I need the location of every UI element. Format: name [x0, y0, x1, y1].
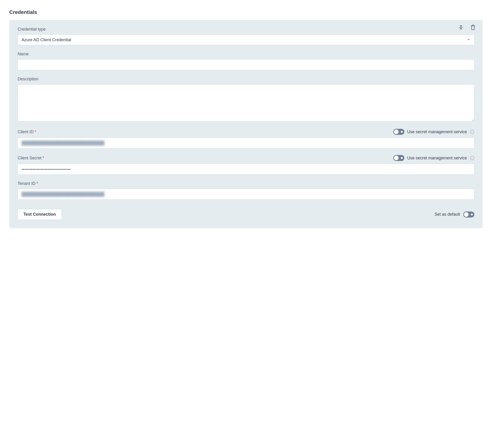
name-input[interactable]: [18, 59, 474, 70]
info-icon[interactable]: [470, 129, 474, 134]
set-default-toggle[interactable]: [463, 211, 474, 218]
field-name: Name: [18, 52, 474, 70]
credential-type-select[interactable]: Azure AD Client Credential: [18, 35, 474, 45]
field-tenant-id: Tenant ID* ████████████████████████████: [18, 181, 474, 200]
card-footer: Test Connection Set as default: [18, 209, 474, 220]
client-secret-input[interactable]: ••••••••••••••••••••••••••••••••••••: [18, 164, 474, 175]
client-id-toggle-group: Use secret management service: [393, 129, 474, 135]
client-secret-label: Client Secret*: [18, 156, 44, 160]
section-title: Credentials: [9, 9, 483, 15]
field-client-secret: Client Secret* Use secret management ser…: [18, 155, 474, 175]
info-icon[interactable]: [470, 156, 474, 160]
set-default-group: Set as default: [434, 211, 474, 218]
card-toolbar: [458, 24, 476, 30]
field-credential-type: Credential type Azure AD Client Credenti…: [18, 27, 474, 45]
description-input[interactable]: [18, 84, 474, 121]
collapse-icon[interactable]: [458, 24, 464, 30]
tenant-id-input[interactable]: ████████████████████████████: [18, 189, 474, 200]
name-label: Name: [18, 52, 474, 57]
client-secret-secret-toggle[interactable]: [393, 155, 404, 161]
field-client-id: Client ID* Use secret management service: [18, 129, 474, 149]
client-id-secret-toggle[interactable]: [393, 129, 404, 135]
credential-type-label: Credential type: [18, 27, 474, 32]
set-default-label: Set as default: [434, 212, 460, 217]
credentials-card: Credential type Azure AD Client Credenti…: [9, 20, 483, 228]
client-id-label: Client ID*: [18, 129, 36, 134]
client-id-toggle-label: Use secret management service: [407, 129, 467, 134]
description-label: Description: [18, 77, 474, 81]
client-secret-toggle-group: Use secret management service: [393, 155, 474, 161]
test-connection-button[interactable]: Test Connection: [18, 209, 62, 220]
credential-type-select-wrapper: Azure AD Client Credential: [18, 35, 474, 45]
delete-icon[interactable]: [470, 24, 476, 30]
client-id-input[interactable]: ████████████████████████████: [18, 138, 474, 149]
tenant-id-label: Tenant ID*: [18, 181, 474, 186]
client-secret-toggle-label: Use secret management service: [407, 156, 467, 160]
field-description: Description: [18, 77, 474, 122]
